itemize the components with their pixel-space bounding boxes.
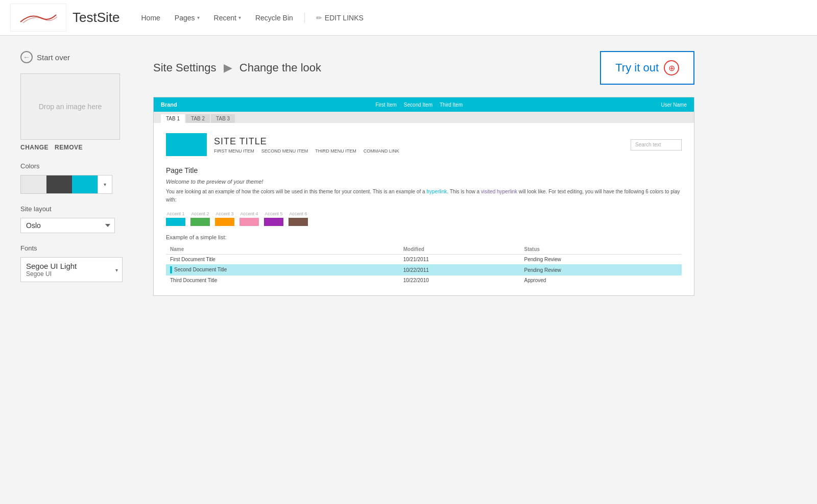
breadcrumb: Site Settings ▶ Change the look [153,61,321,74]
preview-site-title: SITE TITLE [214,136,631,147]
color-swatch-3 [72,175,98,193]
try-it-out-button[interactable]: Try it out ⊕ [600,51,694,85]
preview-topbar: Brand First Item Second Item Third Item … [154,97,694,112]
accent-label-3: Accent 3 [215,211,234,216]
row-status-0: Pending Review [520,255,682,265]
back-icon: ← [20,51,33,63]
preview-tab-1[interactable]: TAB 1 [161,114,185,123]
nav-home[interactable]: Home [135,10,166,26]
row-modified-2: 10/22/2010 [399,275,520,285]
site-title: TestSite [73,10,120,26]
accent-item-2: Accent 2 [190,211,210,226]
row-name-2: Third Document Title [166,275,399,285]
logo-area: TestSite [10,4,120,32]
table-row: Third Document Title10/22/2010Approved [166,275,682,285]
accent-label-1: Accent 1 [166,211,185,216]
accent-item-3: Accent 3 [215,211,234,226]
left-panel: ← Start over Drop an image here CHANGE R… [20,51,133,296]
preview-site-header: SITE TITLE FIRST MENU ITEM SECOND MENU I… [166,133,682,156]
table-header-1: Modified [399,244,520,255]
nav-pages[interactable]: Pages ▾ [169,10,206,26]
preview-tab-3[interactable]: TAB 3 [211,114,235,123]
accent-item-4: Accent 4 [239,211,259,226]
accent-label-5: Accent 5 [264,211,283,216]
color-swatch-2 [46,175,72,193]
preview-menu-third: THIRD MENU ITEM [315,148,356,154]
preview-site-info: SITE TITLE FIRST MENU ITEM SECOND MENU I… [214,136,631,154]
preview-body-text: You are looking at an example of how the… [166,188,682,204]
font-secondary-name: Segoe UI [26,270,117,278]
preview-container: Brand First Item Second Item Third Item … [153,97,694,296]
change-image-btn[interactable]: CHANGE [20,144,49,151]
pages-dropdown-arrow: ▾ [197,15,200,20]
accent-label-2: Accent 2 [190,211,210,216]
accent-label-6: Accent 6 [289,211,308,216]
image-drop-zone[interactable]: Drop an image here [20,73,120,140]
preview-hyperlink: hyperlink [426,189,447,194]
nav-links: Home Pages ▾ Recent ▾ Recycle Bin ✏ EDIT… [135,10,370,26]
colors-dropdown-arrow[interactable]: ▾ [98,175,112,193]
fonts-dropdown[interactable]: Segoe UI Light Segoe UI ▾ [20,257,123,282]
accent-label-4: Accent 4 [239,211,259,216]
preview-list-title: Example of a simple list: [166,234,682,240]
breadcrumb-part2: Change the look [239,61,321,74]
accent-item-6: Accent 6 [289,211,308,226]
accent-item-1: Accent 1 [166,211,185,226]
accents-row: Accent 1Accent 2Accent 3Accent 4Accent 5… [166,211,682,226]
row-name-1: Second Document Title [166,264,399,275]
preview-menu: FIRST MENU ITEM SECOND MENU ITEM THIRD M… [214,148,631,154]
preview-menu-second: SECOND MENU ITEM [261,148,308,154]
preview-content: Page Title Welcome to the preview of you… [166,166,682,204]
accent-box-4 [239,218,259,226]
recent-dropdown-arrow: ▾ [238,15,241,20]
breadcrumb-part1: Site Settings [153,61,217,74]
nav-recent[interactable]: Recent ▾ [208,10,247,26]
layout-select[interactable]: Oslo Seattle Denver [20,218,115,233]
main-content: ← Start over Drop an image here CHANGE R… [0,36,715,311]
accent-box-2 [190,218,210,226]
preview-tab-2[interactable]: TAB 2 [186,114,210,123]
colors-label: Colors [20,162,133,170]
fonts-label: Fonts [20,244,133,252]
table-row: Second Document Title10/22/2011Pending R… [166,264,682,275]
table-header-0: Name [166,244,399,255]
edit-links-btn[interactable]: ✏ EDIT LINKS [310,10,370,26]
preview-page-title: Page Title [166,166,682,174]
remove-image-btn[interactable]: REMOVE [55,144,83,151]
preview-search-box: Search text [631,139,682,150]
accent-box-1 [166,218,185,226]
nav-recycle-bin[interactable]: Recycle Bin [249,10,299,26]
start-over-btn[interactable]: ← Start over [20,51,133,63]
preview-table: NameModifiedStatus First Document Title1… [166,244,682,285]
preview-body: SITE TITLE FIRST MENU ITEM SECOND MENU I… [154,123,694,295]
preview-nav-second: Second Item [404,102,432,108]
table-row: First Document Title10/21/2011Pending Re… [166,255,682,265]
row-status-1: Pending Review [520,264,682,275]
preview-list-section: Example of a simple list: NameModifiedSt… [166,234,682,285]
preview-username: User Name [661,102,687,108]
preview-search-text: Search text [635,142,661,147]
image-actions: CHANGE REMOVE [20,144,133,151]
site-layout-label: Site layout [20,205,133,213]
preview-nav-first: First Item [375,102,397,108]
preview-nav-right: First Item Second Item Third Item [375,102,463,108]
preview-nav-third: Third Item [440,102,463,108]
accent-box-5 [264,218,283,226]
row-modified-1: 10/22/2011 [399,264,520,275]
preview-menu-first: FIRST MENU ITEM [214,148,254,154]
accent-box-3 [215,218,234,226]
site-logo [10,4,66,32]
preview-tabs: TAB 1 TAB 2 TAB 3 [154,112,694,123]
preview-menu-command: COMMAND LINK [364,148,399,154]
preview-brand: Brand [161,102,177,108]
preview-welcome: Welcome to the preview of your theme! [166,179,682,185]
fonts-dropdown-arrow: ▾ [115,267,118,272]
row-indicator-1 [170,266,172,273]
page-heading: Site Settings ▶ Change the look Try it o… [153,51,694,85]
row-name-0: First Document Title [166,255,399,265]
preview-visited-link: visited hyperlink [481,189,517,194]
preview-logo-box [166,133,207,156]
top-navigation: TestSite Home Pages ▾ Recent ▾ Recycle B… [0,0,817,36]
colors-picker[interactable]: ▾ [20,175,112,194]
try-icon: ⊕ [664,60,679,75]
